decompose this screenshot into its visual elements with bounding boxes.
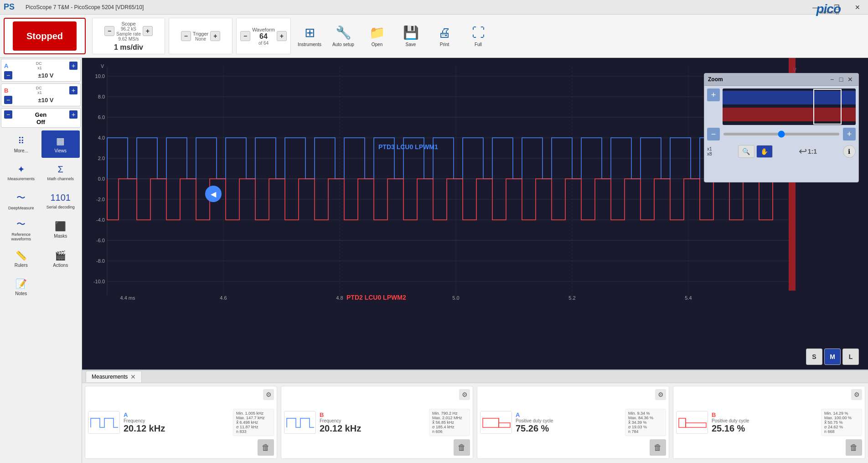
waveform-plus-button[interactable]: +: [277, 31, 287, 41]
zoom-magnify-button[interactable]: 🔍: [738, 145, 754, 158]
reference-icon: 〜: [16, 218, 26, 230]
svg-rect-43: [483, 418, 499, 427]
channel-b-minus[interactable]: −: [4, 96, 12, 104]
channel-a-item: A DC x1 + − ±10 V: [1, 59, 81, 82]
gen-item: − Gen + Off: [1, 108, 81, 128]
zoom-reset-button[interactable]: ↩ 1:1: [799, 146, 817, 157]
size-l-button[interactable]: L: [842, 349, 859, 365]
size-m-button[interactable]: M: [824, 349, 841, 365]
trigger-value: None: [195, 36, 206, 42]
sidebar-item-serial[interactable]: 1101 Serial decoding: [41, 187, 80, 214]
full-button[interactable]: ⛶ Full: [462, 18, 494, 54]
zoom-slider-minus-button[interactable]: −: [707, 128, 720, 140]
sidebar-item-rulers[interactable]: 📏 Rulers: [2, 245, 41, 272]
card2-waveform-icon: [480, 411, 512, 434]
svg-text:PTD3 LCU0 LPWM1: PTD3 LCU0 LPWM1: [378, 143, 438, 151]
channel-a-minus[interactable]: −: [4, 71, 12, 79]
rulers-icon: 📏: [16, 250, 27, 261]
deepmeasure-icon: 〜: [16, 192, 26, 204]
card3-stats: Min. 14.29 % Max. 100.00 % x̄ 50.75 % σ …: [821, 409, 862, 436]
notes-label: Notes: [15, 291, 27, 296]
trigger-minus-button[interactable]: −: [181, 31, 191, 41]
card1-gear-button[interactable]: ⚙: [459, 389, 470, 400]
zoom-slider-plus-button[interactable]: +: [843, 128, 856, 140]
card3-waveform-icon: [676, 411, 708, 434]
pico-tech-label: Technology: [819, 10, 840, 15]
zoom-slider[interactable]: [723, 133, 839, 135]
stop-button[interactable]: Stopped: [4, 18, 86, 54]
svg-text:-8.0: -8.0: [96, 258, 105, 264]
gen-minus[interactable]: −: [4, 110, 12, 119]
zoom-maximize-button[interactable]: □: [837, 75, 846, 84]
card1-waveform-icon: [284, 411, 316, 434]
zoom-slider-row: − +: [707, 128, 856, 140]
sidebar-item-math[interactable]: Σ Math channels: [41, 159, 80, 186]
measurements-tab-bar: Measurements ✕: [82, 370, 868, 383]
svg-text:8.0: 8.0: [98, 94, 105, 99]
channel-b-voltage: ±10 V: [14, 97, 78, 104]
stop-label: Stopped: [13, 21, 77, 51]
svg-text:5.2: 5.2: [568, 295, 575, 301]
trigger-plus-button[interactable]: +: [210, 31, 220, 41]
sidebar-nav: ⠿ More... ▦ Views ✦ Measurements Σ Math …: [0, 129, 82, 302]
sidebar-item-masks[interactable]: ⬛ Masks: [41, 215, 80, 244]
measurement-card-0: A Frequency 20.12 kHz Min. 1.005 kHz Max…: [85, 386, 277, 459]
card0-value: 20.12 kHz: [124, 423, 229, 434]
svg-rect-45: [499, 423, 510, 427]
sidebar-item-notes[interactable]: 📝 Notes: [2, 273, 41, 301]
size-s-button[interactable]: S: [806, 349, 822, 365]
sidebar-item-more[interactable]: ⠿ More...: [2, 130, 41, 158]
gen-plus[interactable]: +: [69, 110, 78, 119]
waveform-num: 64: [259, 32, 268, 41]
print-icon: 🖨: [438, 25, 451, 40]
sidebar-item-actions[interactable]: 🎬 Actions: [41, 245, 80, 272]
sigma-icon: Σ: [58, 164, 63, 175]
scope-minus-button[interactable]: −: [104, 26, 114, 36]
card0-type: Frequency: [124, 418, 229, 423]
sidebar-item-measurements[interactable]: ✦ Measurements: [2, 159, 41, 186]
sidebar-item-views[interactable]: ▦ Views: [41, 130, 80, 158]
card3-info: B Positive duty cycle 25.16 %: [712, 411, 817, 434]
channel-b-plus[interactable]: +: [69, 86, 78, 94]
notes-icon: 📝: [16, 278, 27, 289]
measurements-nav-label: Measurements: [7, 177, 35, 181]
card0-trash-button[interactable]: 🗑: [258, 439, 274, 456]
zoom-close-button[interactable]: ✕: [846, 75, 855, 84]
waveform-minus-button[interactable]: −: [240, 31, 250, 41]
waveform-section: − Waveform 64 of 64 +: [236, 18, 291, 54]
sidebar-item-reference[interactable]: 〜 Reference waveforms: [2, 215, 41, 244]
close-button[interactable]: ✕: [847, 0, 868, 15]
svg-text:5.0: 5.0: [452, 295, 459, 301]
channel-a-plus[interactable]: +: [69, 62, 78, 70]
measurements-tab[interactable]: Measurements ✕: [86, 371, 142, 382]
zoom-minimize-button[interactable]: −: [827, 75, 837, 84]
instruments-button[interactable]: ⊞ Instruments: [294, 18, 326, 54]
zoom-pan-button[interactable]: ✋: [756, 145, 773, 158]
save-button[interactable]: 💾 Save: [395, 18, 427, 54]
card2-gear-button[interactable]: ⚙: [655, 389, 666, 400]
waveform-of: of 64: [258, 41, 269, 46]
channel-a-badge: DC x1: [36, 61, 42, 70]
zoom-title: Zoom: [708, 76, 723, 83]
card1-trash-button[interactable]: 🗑: [454, 439, 470, 456]
card2-trash-button[interactable]: 🗑: [650, 439, 666, 456]
measurement-card-3: B Positive duty cycle 25.16 % Min. 14.29…: [673, 386, 865, 459]
auto-setup-button[interactable]: 🔧 Auto setup: [327, 18, 359, 54]
reference-label: Reference waveforms: [4, 232, 39, 241]
actions-label: Actions: [53, 263, 68, 268]
card3-gear-button[interactable]: ⚙: [851, 389, 862, 400]
svg-rect-50: [723, 108, 856, 121]
svg-text:-10.0: -10.0: [93, 279, 105, 284]
trigger-section: − Trigger None +: [169, 18, 232, 54]
sidebar-item-deepmeasure[interactable]: 〜 DeepMeasure: [2, 187, 41, 214]
open-button[interactable]: 📁 Open: [361, 18, 393, 54]
zoom-plus-button[interactable]: +: [707, 88, 720, 101]
nav-back-arrow[interactable]: ◀: [205, 186, 222, 202]
channel-b-badge: DC x1: [36, 86, 42, 95]
card0-gear-button[interactable]: ⚙: [263, 389, 274, 400]
zoom-info-button[interactable]: ℹ: [843, 145, 856, 158]
scope-plus-button[interactable]: +: [143, 26, 153, 36]
print-button[interactable]: 🖨 Print: [429, 18, 460, 54]
card3-trash-button[interactable]: 🗑: [846, 439, 862, 456]
measurements-tab-close[interactable]: ✕: [130, 373, 136, 380]
